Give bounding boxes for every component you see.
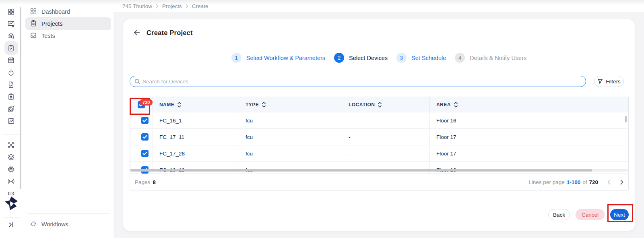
horizontal-scrollbar[interactable] [130, 169, 628, 172]
chevron-right-icon [156, 4, 159, 8]
search-input[interactable] [142, 79, 581, 85]
sort-icon[interactable] [178, 102, 181, 108]
collapse-sidebar-icon[interactable] [6, 220, 16, 230]
cell-area: Floor 17 [429, 145, 628, 161]
table-header-row: NAME TYPE LOCATION AREA [130, 97, 628, 112]
step-label: Set Schedule [411, 55, 446, 61]
row-checkbox[interactable] [141, 150, 149, 157]
cell-location: - [342, 112, 429, 128]
cell-name: FC_16_18 [153, 162, 239, 174]
breadcrumb-item[interactable]: 745 Thurlow [122, 3, 152, 9]
timer-icon[interactable] [6, 68, 16, 77]
cell-type: fcu [239, 145, 342, 161]
selected-count-badge: 720 [140, 99, 153, 106]
previous-page-icon[interactable] [607, 180, 611, 185]
row-checkbox[interactable] [141, 133, 149, 141]
column-header-type[interactable]: TYPE [239, 97, 342, 112]
table-row[interactable]: FC_16_18 fcu - Floor 16 [130, 162, 628, 174]
column-header-name[interactable]: NAME [153, 97, 239, 112]
row-checkbox[interactable] [141, 117, 149, 124]
page-title: Create Project [147, 29, 193, 37]
breadcrumb-item[interactable]: Projects [162, 3, 182, 9]
step-number: 3 [396, 53, 407, 63]
cancel-button[interactable]: Cancel [576, 209, 605, 220]
sidebar: Dashboard Projects Tests Workflows [22, 0, 113, 238]
cell-area: Floor 17 [429, 129, 628, 145]
apps-icon[interactable] [6, 7, 16, 17]
cell-location: - [342, 145, 429, 161]
cell-name: FC_17_28 [153, 145, 239, 161]
layers-icon[interactable] [6, 152, 16, 162]
step-1-select-workflow[interactable]: 1 Select Workflow & Parameters [231, 53, 325, 63]
step-number: 4 [455, 53, 465, 63]
step-number: 2 [334, 53, 344, 63]
table-body: FC_16_1 fcu - Floor 16 FC_17_11 fcu - Fl… [130, 112, 628, 174]
icon-rail [0, 0, 22, 238]
topbar: 745 Thurlow Projects Create [114, 0, 644, 12]
lines-summary: Lines per page 1-100 of 720 [528, 179, 623, 185]
back-button[interactable]: Back [548, 209, 570, 220]
table-pagination: Pages 8 Lines per page 1-100 of 720 [130, 174, 628, 190]
horizontal-scrollbar-thumb[interactable] [130, 169, 592, 172]
device-search[interactable] [130, 76, 586, 87]
table-row[interactable]: FC_16_1 fcu - Floor 16 [130, 112, 628, 129]
sidebar-item-tests[interactable]: Tests [25, 29, 111, 42]
document-check-icon[interactable] [6, 80, 16, 89]
clipboard-list-icon[interactable] [6, 92, 16, 101]
step-number: 1 [231, 53, 242, 63]
lines-range[interactable]: 1-100 [567, 179, 581, 185]
site-search-icon[interactable] [6, 31, 16, 41]
next-button[interactable]: Next [610, 209, 629, 220]
sidebar-item-dashboard[interactable]: Dashboard [25, 5, 111, 18]
sort-icon[interactable] [454, 102, 458, 108]
broadcast-icon[interactable] [6, 176, 16, 186]
breadcrumb-item: Create [192, 3, 208, 9]
sync-icon [30, 220, 37, 229]
pages-summary: Pages 8 [135, 179, 156, 185]
network-nodes-icon[interactable] [6, 140, 16, 150]
filters-button[interactable]: Filters [594, 76, 624, 87]
step-4-details-notify[interactable]: 4 Details & Notify Users [455, 53, 526, 63]
column-header-location[interactable]: LOCATION [342, 97, 429, 112]
toolbar: Filters [123, 76, 635, 87]
calendar-icon[interactable] [6, 55, 16, 65]
clipboard-icon [30, 20, 37, 28]
sort-icon[interactable] [262, 102, 266, 108]
sort-icon[interactable] [378, 102, 382, 108]
sidebar-item-workflows[interactable]: Workflows [25, 218, 111, 231]
next-page-icon[interactable] [620, 180, 623, 185]
stepper: 1 Select Workflow & Parameters 2 Select … [123, 46, 635, 69]
step-3-set-schedule[interactable]: 3 Set Schedule [396, 53, 446, 63]
analytics-gear-icon[interactable] [6, 19, 16, 29]
card-header: Create Project [123, 19, 635, 46]
lines-label: Lines per page [528, 179, 564, 185]
table-row[interactable]: FC_17_11 fcu - Floor 17 [130, 129, 628, 145]
column-label: TYPE [246, 102, 259, 108]
table-row[interactable]: FC_17_28 fcu - Floor 17 [130, 145, 628, 162]
pages-label: Pages [135, 179, 150, 185]
vertical-scrollbar-thumb[interactable] [625, 116, 627, 122]
cpu-icon[interactable] [6, 164, 16, 174]
back-arrow-icon[interactable] [133, 29, 140, 36]
rail-scrollbar[interactable] [20, 7, 21, 189]
cell-area: Floor 16 [429, 112, 628, 128]
lines-total: 720 [589, 179, 598, 185]
cell-name: FC_16_1 [153, 112, 239, 128]
project-tasks-icon[interactable] [4, 41, 18, 55]
copy-settings-icon[interactable] [6, 104, 16, 114]
column-header-area[interactable]: AREA [429, 97, 628, 112]
brand-logo[interactable] [4, 196, 19, 211]
step-label: Select Workflow & Parameters [246, 55, 325, 61]
create-project-card: Create Project 1 Select Workflow & Param… [123, 19, 635, 231]
cell-type: fcu [239, 162, 342, 174]
chevron-right-icon [186, 4, 188, 8]
sidebar-item-label: Tests [41, 33, 55, 39]
step-2-select-devices[interactable]: 2 Select Devices [334, 53, 388, 63]
breadcrumb: 745 Thurlow Projects Create [122, 3, 208, 9]
sidebar-divider [27, 213, 110, 214]
sidebar-item-projects[interactable]: Projects [25, 17, 111, 30]
image-analytics-icon[interactable] [6, 116, 16, 126]
column-label: LOCATION [349, 102, 375, 108]
step-label: Details & Notify Users [470, 55, 526, 61]
search-icon [134, 79, 140, 85]
